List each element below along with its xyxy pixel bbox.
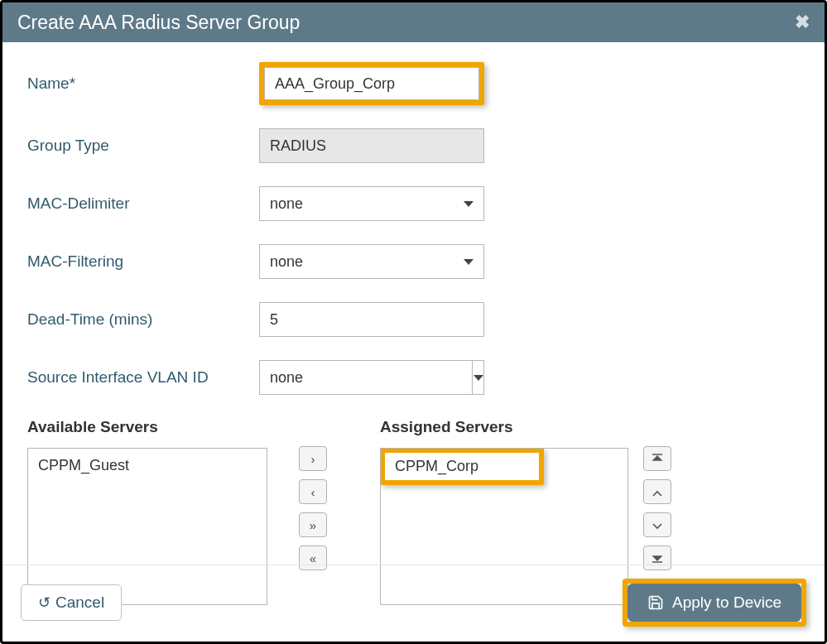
name-input[interactable] <box>264 67 479 100</box>
label-group-type: Group Type <box>27 137 259 155</box>
assigned-title: Assigned Servers <box>380 418 628 436</box>
chevron-down-icon <box>464 201 474 207</box>
undo-icon: ↺ <box>38 594 50 612</box>
move-top-button[interactable] <box>643 446 671 471</box>
label-mac-delimiter: MAC-Delimiter <box>27 195 259 213</box>
cancel-label: Cancel <box>55 594 104 612</box>
chevron-right-icon: › <box>311 452 315 466</box>
move-down-button[interactable] <box>643 512 671 537</box>
save-icon <box>647 594 664 611</box>
label-name: Name* <box>27 74 259 93</box>
row-group-type: Group Type RADIUS <box>27 128 800 163</box>
chevron-down-icon <box>474 375 483 381</box>
close-icon[interactable]: ✖ <box>795 12 810 33</box>
row-name: Name* <box>27 62 800 105</box>
label-dead-time: Dead-Time (mins) <box>27 310 259 329</box>
chevron-bar-up-icon <box>652 452 663 466</box>
label-mac-filtering: MAC-Filtering <box>27 252 259 271</box>
mac-filtering-value: none <box>270 253 303 271</box>
highlight-name <box>259 62 484 105</box>
dead-time-input[interactable] <box>259 302 484 337</box>
row-dead-time: Dead-Time (mins) <box>27 302 800 337</box>
mac-delimiter-value: none <box>270 195 303 213</box>
move-all-right-button[interactable]: » <box>299 512 327 537</box>
chevron-down-icon <box>652 518 662 532</box>
mac-delimiter-select[interactable]: none <box>259 186 484 221</box>
group-type-value: RADIUS <box>259 128 484 163</box>
source-vlan-combo[interactable] <box>259 360 484 395</box>
chevron-down-icon <box>464 259 474 265</box>
available-title: Available Servers <box>27 418 284 436</box>
move-up-button[interactable] <box>643 479 671 504</box>
double-chevron-right-icon: » <box>310 518 316 532</box>
apply-button[interactable]: Apply to Device <box>627 584 801 622</box>
move-right-button[interactable]: › <box>299 446 327 471</box>
modal-body: Name* Group Type RADIUS MAC-Delimiter no… <box>2 42 825 613</box>
move-left-button[interactable]: ‹ <box>299 479 327 504</box>
row-mac-filtering: MAC-Filtering none <box>27 244 800 279</box>
list-item[interactable]: CPPM_Guest <box>28 454 267 478</box>
highlight-apply: Apply to Device <box>623 579 806 627</box>
label-source-vlan: Source Interface VLAN ID <box>27 368 259 387</box>
source-vlan-toggle[interactable] <box>473 360 484 395</box>
list-item[interactable]: CPPM_Corp <box>385 453 539 480</box>
source-vlan-input[interactable] <box>259 360 473 395</box>
modal-header: Create AAA Radius Server Group ✖ <box>2 2 825 42</box>
cancel-button[interactable]: ↺ Cancel <box>21 584 122 621</box>
row-source-vlan: Source Interface VLAN ID <box>27 360 800 395</box>
chevron-up-icon <box>652 485 662 499</box>
highlight-assigned: CPPM_Corp <box>380 448 544 485</box>
double-chevron-left-icon: « <box>310 551 316 565</box>
modal-title: Create AAA Radius Server Group <box>17 12 300 34</box>
chevron-bar-down-icon <box>652 551 663 565</box>
apply-label: Apply to Device <box>672 594 781 612</box>
chevron-left-icon: ‹ <box>311 485 315 499</box>
modal-footer: ↺ Cancel Apply to Device <box>2 565 825 642</box>
mac-filtering-select[interactable]: none <box>259 244 484 279</box>
row-mac-delimiter: MAC-Delimiter none <box>27 186 800 221</box>
